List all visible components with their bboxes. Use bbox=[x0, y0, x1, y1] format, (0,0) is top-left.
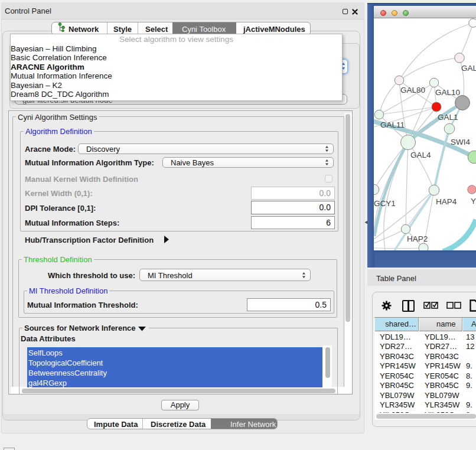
svg-text:HAP2: HAP2 bbox=[407, 234, 428, 243]
svg-text:GCY1: GCY1 bbox=[374, 199, 396, 208]
svg-text:GAL10: GAL10 bbox=[435, 88, 460, 97]
svg-text:SWI4: SWI4 bbox=[451, 138, 470, 146]
svg-text:GAL80: GAL80 bbox=[400, 86, 425, 94]
svg-text:GAL: GAL bbox=[461, 64, 476, 73]
svg-text:GAL1: GAL1 bbox=[438, 113, 458, 122]
svg-text:GAL11: GAL11 bbox=[380, 120, 405, 129]
svg-text:GAL4: GAL4 bbox=[410, 151, 431, 159]
svg-text:Y: Y bbox=[471, 197, 476, 206]
svg-text:HAP4: HAP4 bbox=[436, 197, 457, 206]
